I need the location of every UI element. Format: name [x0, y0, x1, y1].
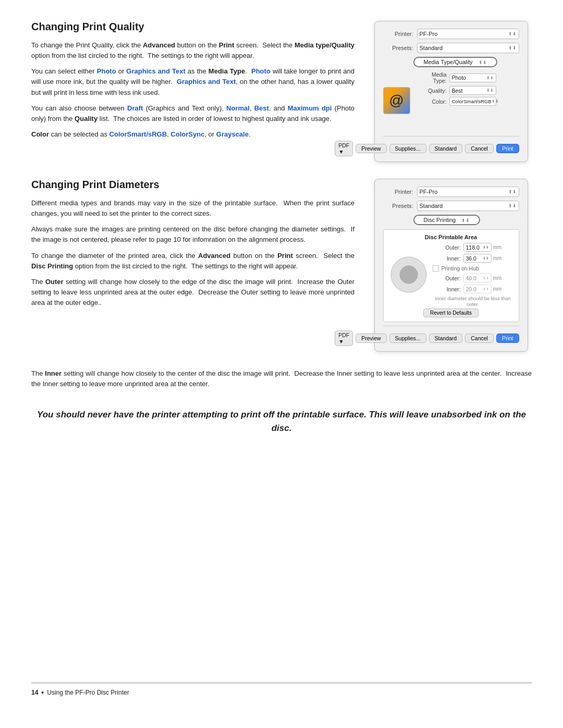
presets-value: Standard — [420, 45, 443, 51]
oval-selector-row: Media Type/Quality ⬆⬇ — [413, 57, 519, 67]
footer-page-number: 14 — [31, 689, 38, 696]
printer2-label: Printer: — [383, 189, 413, 195]
oval-selector2-row: Disc Printing ⬆⬇ — [413, 215, 519, 225]
section2-title: Changing Print Diameters — [31, 179, 354, 191]
disc-section-title: Disc Printable Area — [389, 234, 513, 240]
print-dialog-disc: Printer: PF-Pro ⬆⬇ Presets: Standard ⬆⬇ — [374, 179, 528, 352]
pdf2-label: PDF ▼ — [338, 332, 349, 344]
inner-value: 36.0 — [466, 255, 476, 262]
color-arrow: ⬆⬇ — [492, 99, 499, 104]
section2-para3: To change the diameter of the printed ar… — [31, 251, 354, 272]
hub-checkbox[interactable] — [433, 265, 439, 272]
color-input[interactable]: ColorSmart/sRGB ⬆⬇ — [449, 97, 496, 106]
section1-text: Changing Print Quality To change the Pri… — [31, 21, 354, 162]
printer-arrow: ⬆⬇ — [508, 31, 517, 36]
page: Changing Print Quality To change the Pri… — [0, 0, 563, 728]
inner-unit: mm — [493, 255, 502, 261]
hub-outer-label: Outer: — [433, 275, 461, 281]
media-type-arrow: ⬆⬇ — [486, 76, 494, 80]
hub-outer-input[interactable]: 40.0 ⬆⬇ — [463, 274, 492, 282]
printer2-value: PF-Pro — [420, 189, 438, 195]
print2-button[interactable]: Print — [496, 334, 519, 343]
hub-outer-row: Outer: 40.0 ⬆⬇ mm — [433, 274, 513, 282]
supplies-button[interactable]: Supplies... — [389, 144, 426, 153]
outer-input[interactable]: 118.0 ⬆⬇ — [463, 243, 492, 252]
presets2-arrow: ⬆⬇ — [508, 203, 517, 208]
media-type-quality-oval[interactable]: Media Type/Quality ⬆⬇ — [413, 57, 497, 67]
quality-input[interactable]: Best ⬆⬇ — [449, 86, 496, 95]
preview2-button[interactable]: Preview — [356, 334, 386, 343]
section1-para1: To change the Print Quality, click the A… — [31, 40, 354, 61]
media-type-row: Media Type: Photo ⬆⬇ — [419, 71, 519, 84]
printer-select[interactable]: PF-Pro ⬆⬇ — [417, 29, 519, 39]
quality-value: Best — [452, 88, 463, 94]
revert-defaults-button[interactable]: Revert to Defaults — [423, 309, 479, 317]
spacer1 — [383, 114, 519, 134]
disc-diagram — [390, 256, 427, 294]
photo-icon-col: @ — [383, 87, 414, 114]
outer-unit: mm — [493, 244, 502, 250]
cancel2-button[interactable]: Cancel — [465, 334, 494, 343]
presets2-select[interactable]: Standard ⬆⬇ — [417, 201, 519, 211]
printing-on-hub-row: Printing on Hub — [433, 265, 513, 272]
section1-para2: You can select either Photo or Graphics … — [31, 66, 354, 97]
preview-button[interactable]: Preview — [356, 144, 386, 153]
standard2-button[interactable]: Standard — [429, 334, 463, 343]
presets-arrow: ⬆⬇ — [508, 45, 517, 51]
footer: 14 • Using the PF-Pro Disc Printer — [31, 683, 532, 697]
cancel-button[interactable]: Cancel — [465, 144, 494, 153]
media-type-input[interactable]: Photo ⬆⬇ — [449, 73, 496, 82]
printer-value: PF-Pro — [420, 31, 438, 37]
printer2-select[interactable]: PF-Pro ⬆⬇ — [417, 187, 519, 197]
presets2-value: Standard — [420, 203, 443, 209]
dialog2-presets-row: Presets: Standard ⬆⬇ — [383, 201, 519, 211]
pdf2-button[interactable]: PDF ▼ — [335, 330, 353, 346]
svg-point-1 — [400, 266, 418, 283]
quality-arrow: ⬆⬇ — [486, 88, 494, 93]
hub-inner-value: 20.0 — [466, 286, 476, 292]
supplies2-button[interactable]: Supplies... — [389, 334, 426, 343]
pdf-label: PDF ▼ — [338, 142, 349, 155]
disc-svg — [390, 256, 427, 293]
section2-para2: Always make sure the images are printing… — [31, 224, 354, 245]
disc-printing-label: Disc Printing — [424, 217, 456, 223]
dialog2-printer-row: Printer: PF-Pro ⬆⬇ — [383, 187, 519, 197]
hub-inner-arrow: ⬆⬇ — [483, 287, 489, 291]
warning-message: You should never have the printer attemp… — [37, 410, 526, 433]
color-value: ColorSmart/sRGB — [452, 98, 492, 104]
print-dialog-quality: Printer: PF-Pro ⬆⬇ Presets: Standard ⬆⬇ — [374, 21, 528, 162]
standard-button[interactable]: Standard — [429, 144, 463, 153]
inner-input[interactable]: 36.0 ⬆⬇ — [463, 254, 492, 263]
dialog-photo-section: @ Media Type: Photo ⬆⬇ Quality: — [383, 71, 519, 114]
presets-select[interactable]: Standard ⬆⬇ — [417, 43, 519, 53]
hub-outer-value: 40.0 — [466, 275, 476, 281]
oval-arrow: ⬆⬇ — [479, 60, 487, 65]
presets2-label: Presets: — [383, 203, 413, 209]
warning-text: You should never have the printer attemp… — [31, 408, 532, 435]
hub-inner-label: Inner: — [433, 286, 461, 292]
disc-printable-area-box: Disc Printable Area Outer: — [383, 229, 519, 322]
media-type-field-label: Media Type: — [419, 71, 447, 84]
inner-arrow: ⬆⬇ — [483, 256, 489, 261]
disc-printing-oval[interactable]: Disc Printing ⬆⬇ — [413, 215, 481, 225]
section1-para3: You can also choose between Draft (Graph… — [31, 103, 354, 124]
inner-label: Inner: — [433, 255, 461, 262]
section2-para1: Different media types and brands may var… — [31, 198, 354, 219]
dialog-presets-row: Presets: Standard ⬆⬇ — [383, 43, 519, 53]
pdf-button[interactable]: PDF ▼ — [335, 141, 353, 156]
hub-inner-input[interactable]: 20.0 ⬆⬇ — [463, 285, 492, 293]
dialog-fields-col: Media Type: Photo ⬆⬇ Quality: Best ⬆⬇ — [414, 71, 519, 108]
section1-para4: Color can be selected as ColorSmart/sRGB… — [31, 129, 354, 140]
print-button[interactable]: Print — [496, 144, 519, 153]
inner-paragraph: The Inner setting will change how closel… — [31, 368, 532, 389]
section-print-diameters: Changing Print Diameters Different media… — [31, 179, 532, 352]
quality-field-label: Quality: — [419, 88, 447, 94]
section-print-quality: Changing Print Quality To change the Pri… — [31, 21, 532, 162]
outer-arrow: ⬆⬇ — [483, 245, 489, 250]
color-row: Color: ColorSmart/sRGB ⬆⬇ — [419, 97, 519, 106]
hub-outer-unit: mm — [493, 275, 502, 281]
hub-note: Inner diameter should be less than outer… — [433, 295, 513, 307]
quality-row: Quality: Best ⬆⬇ — [419, 86, 519, 95]
hub-inner-unit: mm — [493, 286, 502, 292]
presets-label: Presets: — [383, 45, 413, 51]
